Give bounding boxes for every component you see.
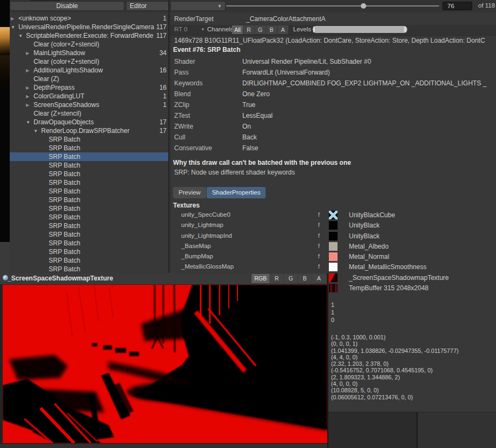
tree-row[interactable]: SRP Batch	[10, 135, 168, 144]
detail-tab[interactable]: ShaderProperties	[207, 187, 266, 198]
tree-event-label: SRP Batch	[49, 205, 164, 212]
tree-row[interactable]: SRP Batch	[10, 161, 168, 170]
tree-foldout-icon[interactable]	[18, 34, 26, 38]
tree-row[interactable]: SRP Batch	[10, 152, 168, 161]
texture-thumbnail[interactable]	[329, 284, 338, 292]
levels-range-slider[interactable]	[313, 26, 407, 33]
vector-value: (2, 1.809323, 1.344886, 2)	[331, 374, 459, 380]
tree-row[interactable]: SRP Batch	[10, 178, 168, 187]
tree-event-label: UniversalRenderPipeline.RenderSingleCame…	[18, 23, 154, 31]
texture-property-row[interactable]: _MetallicGlossMap f Metal_MetallicSmooth…	[170, 262, 496, 272]
tree-foldout-icon[interactable]	[26, 94, 34, 99]
tree-event-label: SRP Batch	[49, 239, 164, 247]
tree-row[interactable]: SRP Batch	[10, 204, 168, 213]
tree-row[interactable]: Clear (Z+stencil)	[10, 109, 168, 118]
texture-property-row[interactable]: _BumpMap f Metal_Normal	[170, 252, 496, 262]
channel-button[interactable]: R	[243, 25, 254, 34]
tree-row[interactable]: SRP Batch	[10, 144, 168, 152]
tree-row[interactable]: SRP Batch	[10, 230, 168, 239]
tree-row[interactable]: SRP Batch	[10, 239, 168, 248]
texture-thumbnail[interactable]	[329, 263, 338, 271]
scene-panel-edge	[0, 242, 10, 273]
channel-button[interactable]: All	[232, 25, 243, 34]
tree-foldout-icon[interactable]	[26, 103, 34, 108]
tree-event-label: ScreenSpaceShadows	[34, 101, 161, 109]
tree-row[interactable]: AdditionalLightsShadow 16	[10, 66, 168, 75]
tree-event-count: 16	[160, 84, 167, 91]
tree-event-label: DrawOpaqueObjects	[34, 118, 157, 126]
frame-slider-handle[interactable]	[361, 3, 366, 9]
detail-label: ZClip	[170, 99, 242, 110]
tree-foldout-icon[interactable]	[11, 16, 18, 21]
tree-row[interactable]: ScriptableRenderer.Execute: ForwardRende…	[10, 31, 168, 40]
tree-foldout-icon[interactable]	[34, 129, 41, 133]
frame-number-input[interactable]: 76	[442, 2, 472, 10]
tree-row[interactable]: Clear (color+Z+stencil)	[10, 40, 168, 49]
texture-property-name: _BumpMap	[181, 253, 213, 259]
tree-row[interactable]: SRP Batch	[10, 187, 168, 196]
tree-event-count: 117	[156, 32, 167, 39]
texture-flag: f	[318, 232, 320, 239]
attach-target-dropdown[interactable]: Editor ▼	[126, 1, 226, 11]
tree-foldout-icon[interactable]	[26, 85, 34, 90]
tree-row[interactable]: RenderLoop.DrawSRPBatcher 17	[10, 126, 168, 135]
tree-row[interactable]: <unknown scope> 1	[10, 14, 168, 23]
tree-row[interactable]: DepthPrepass 16	[10, 83, 168, 92]
detail-tab[interactable]: Preview	[173, 187, 206, 198]
tree-row[interactable]: UniversalRenderPipeline.RenderSingleCame…	[10, 23, 168, 31]
tree-row[interactable]: SRP Batch	[10, 256, 168, 265]
tree-row[interactable]: SRP Batch	[10, 222, 168, 230]
tree-row[interactable]: SRP Batch	[10, 213, 168, 222]
tree-foldout-icon[interactable]	[26, 120, 34, 125]
tree-event-label: SRP Batch	[49, 179, 164, 186]
texture-property-row[interactable]: unity_SpecCube0 f UnityBlackCube	[170, 210, 496, 220]
disable-button[interactable]: Disable	[10, 1, 124, 11]
channel-button[interactable]: B	[266, 25, 277, 34]
texture-property-row[interactable]: _BaseMap f Metal_Albedo	[170, 242, 496, 252]
texture-thumbnail[interactable]	[329, 211, 338, 219]
preview-channel-button[interactable]: A	[312, 274, 326, 283]
channel-button[interactable]: G	[255, 25, 266, 34]
tree-event-label: SRP Batch	[49, 196, 164, 204]
texture-thumbnail[interactable]	[329, 273, 338, 282]
tree-row[interactable]: SRP Batch	[10, 265, 168, 273]
texture-property-row[interactable]: unity_Lightmap f UnityBlack	[170, 220, 496, 231]
frame-slider-track[interactable]	[226, 5, 439, 6]
tree-row[interactable]: Clear (color+Z+stencil)	[10, 57, 168, 66]
rt-index-dropdown[interactable]: RT 0	[174, 26, 188, 32]
texture-asset-name: Metal_Normal	[349, 253, 389, 260]
preview-channel-button[interactable]: G	[284, 274, 297, 283]
tree-event-label: Clear (color+Z+stencil)	[34, 58, 164, 65]
tree-foldout-icon[interactable]	[26, 68, 34, 73]
tree-row[interactable]: SRP Batch	[10, 248, 168, 256]
vector-value: (4, 4, 0, 0)	[331, 354, 459, 360]
detail-row: Shader Universal Render Pipeline/Lit, Su…	[170, 56, 496, 67]
texture-thumbnail[interactable]	[329, 252, 338, 261]
tree-foldout-icon[interactable]	[26, 51, 34, 56]
tree-row[interactable]: DrawOpaqueObjects 17	[10, 118, 168, 126]
tree-row[interactable]: MainLightShadow 34	[10, 49, 168, 57]
shadowmap-render-image[interactable]	[3, 285, 327, 443]
texture-flag: f	[318, 222, 320, 228]
tree-row[interactable]: ColorGradingLUT 1	[10, 92, 168, 101]
tree-row[interactable]: ScreenSpaceShadows 1	[10, 101, 168, 109]
tree-event-label: SRP Batch	[49, 265, 164, 273]
tree-foldout-icon[interactable]	[11, 25, 18, 30]
preview-channel-button[interactable]: R	[270, 274, 283, 283]
texture-thumbnail[interactable]	[329, 242, 338, 251]
tree-row[interactable]: SRP Batch	[10, 170, 168, 178]
preview-titlebar[interactable]: _ScreenSpaceShadowmapTexture RGB R G B A	[0, 273, 327, 285]
tree-event-label: ColorGradingLUT	[34, 92, 161, 100]
texture-thumbnail[interactable]	[329, 232, 338, 240]
preview-channel-buttons: RGB R G B A	[252, 274, 326, 283]
channel-button[interactable]: A	[277, 25, 288, 34]
scene-shadow	[0, 55, 10, 88]
texture-thumbnail[interactable]	[329, 221, 338, 230]
tree-row[interactable]: SRP Batch	[10, 196, 168, 204]
preview-channel-button[interactable]: RGB	[252, 274, 269, 283]
detail-value: False	[242, 143, 496, 153]
tree-row[interactable]: Clear (Z)	[10, 75, 168, 83]
preview-channel-button[interactable]: B	[298, 274, 312, 283]
frame-debugger-toolbar: Disable Editor ▼ 76 of 118	[10, 0, 496, 13]
texture-property-row[interactable]: unity_LightmapInd f UnityBlack	[170, 231, 496, 242]
